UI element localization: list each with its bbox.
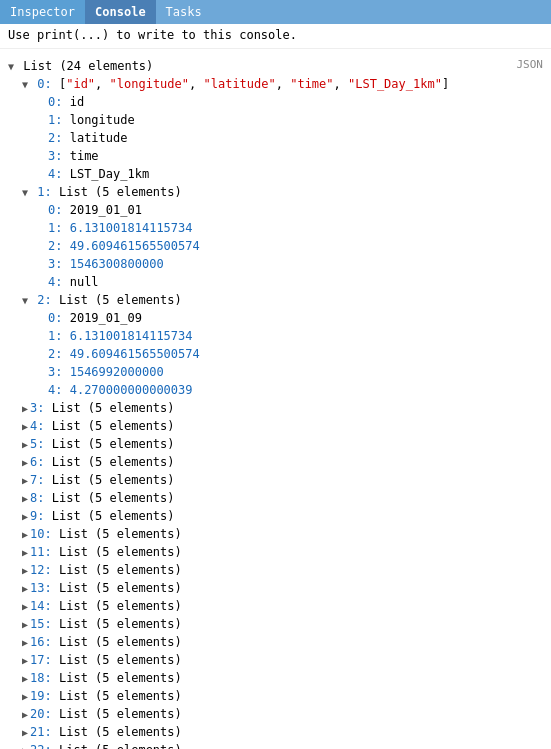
hint-line: Use print(...) to write to this console. bbox=[0, 24, 551, 49]
item-12-toggle[interactable] bbox=[22, 565, 28, 576]
item-21-toggle[interactable] bbox=[22, 727, 28, 738]
item-2-toggle[interactable] bbox=[22, 295, 28, 306]
item-10-toggle[interactable] bbox=[22, 529, 28, 540]
item-21-header: 21: List (5 elements) bbox=[22, 723, 547, 741]
tab-bar: Inspector Console Tasks bbox=[0, 0, 551, 24]
item-0-group: 0: ["id", "longitude", "latitude", "time… bbox=[8, 75, 547, 183]
item-15-header: 15: List (5 elements) bbox=[22, 615, 547, 633]
item-15-toggle[interactable] bbox=[22, 619, 28, 630]
item-11-toggle[interactable] bbox=[22, 547, 28, 558]
item-5-toggle[interactable] bbox=[22, 439, 28, 450]
item-13-toggle[interactable] bbox=[22, 583, 28, 594]
item-3-toggle[interactable] bbox=[22, 403, 28, 414]
item-16-toggle[interactable] bbox=[22, 637, 28, 648]
item-14-header: 14: List (5 elements) bbox=[22, 597, 547, 615]
item-14-toggle[interactable] bbox=[22, 601, 28, 612]
console-output: List (24 elements) JSON 0: ["id", "longi… bbox=[0, 49, 551, 749]
item-9-toggle[interactable] bbox=[22, 511, 28, 522]
item-18-header: 18: List (5 elements) bbox=[22, 669, 547, 687]
item-20-toggle[interactable] bbox=[22, 709, 28, 720]
item-22-toggle[interactable] bbox=[22, 745, 28, 749]
item-13-header: 13: List (5 elements) bbox=[22, 579, 547, 597]
root-list: List (24 elements) JSON 0: ["id", "longi… bbox=[8, 57, 547, 749]
item-10-header: 10: List (5 elements) bbox=[22, 525, 547, 543]
item-17-toggle[interactable] bbox=[22, 655, 28, 666]
item-18-toggle[interactable] bbox=[22, 673, 28, 684]
item-1-toggle[interactable] bbox=[22, 187, 28, 198]
item-19-toggle[interactable] bbox=[22, 691, 28, 702]
root-toggle[interactable] bbox=[8, 61, 14, 72]
item-6-toggle[interactable] bbox=[22, 457, 28, 468]
item-7-toggle[interactable] bbox=[22, 475, 28, 486]
item-4-header: 4: List (5 elements) bbox=[22, 417, 547, 435]
tab-tasks[interactable]: Tasks bbox=[156, 0, 212, 24]
tab-console[interactable]: Console bbox=[85, 0, 156, 24]
item-1-header: 1: List (5 elements) bbox=[22, 183, 547, 201]
item-0-toggle[interactable] bbox=[22, 79, 28, 90]
tab-inspector[interactable]: Inspector bbox=[0, 0, 85, 24]
item-5-header: 5: List (5 elements) bbox=[22, 435, 547, 453]
item-19-header: 19: List (5 elements) bbox=[22, 687, 547, 705]
item-4-toggle[interactable] bbox=[22, 421, 28, 432]
item-1-children: 0: 2019_01_01 1: 6.131001814115734 2: 49… bbox=[22, 201, 547, 291]
item-3-header: 3: List (5 elements) bbox=[22, 399, 547, 417]
item-11-header: 11: List (5 elements) bbox=[22, 543, 547, 561]
item-0-children: 0: id 1: longitude 2: latitude 3: time 4… bbox=[22, 93, 547, 183]
item-8-toggle[interactable] bbox=[22, 493, 28, 504]
item-9-header: 9: List (5 elements) bbox=[22, 507, 547, 525]
item-8-header: 8: List (5 elements) bbox=[22, 489, 547, 507]
item-12-header: 12: List (5 elements) bbox=[22, 561, 547, 579]
collapsed-items: 3: List (5 elements)4: List (5 elements)… bbox=[8, 399, 547, 749]
item-2-header: 2: List (5 elements) bbox=[22, 291, 547, 309]
item-1-group: 1: List (5 elements) 0: 2019_01_01 1: 6.… bbox=[8, 183, 547, 291]
item-6-header: 6: List (5 elements) bbox=[22, 453, 547, 471]
item-22-header: 22: List (5 elements) bbox=[22, 741, 547, 749]
item-2-group: 2: List (5 elements) 0: 2019_01_09 1: 6.… bbox=[8, 291, 547, 399]
item-17-header: 17: List (5 elements) bbox=[22, 651, 547, 669]
root-header: List (24 elements) JSON bbox=[8, 57, 547, 75]
item-16-header: 16: List (5 elements) bbox=[22, 633, 547, 651]
item-7-header: 7: List (5 elements) bbox=[22, 471, 547, 489]
item-2-children: 0: 2019_01_09 1: 6.131001814115734 2: 49… bbox=[22, 309, 547, 399]
item-20-header: 20: List (5 elements) bbox=[22, 705, 547, 723]
item-0-header: 0: ["id", "longitude", "latitude", "time… bbox=[22, 75, 547, 93]
